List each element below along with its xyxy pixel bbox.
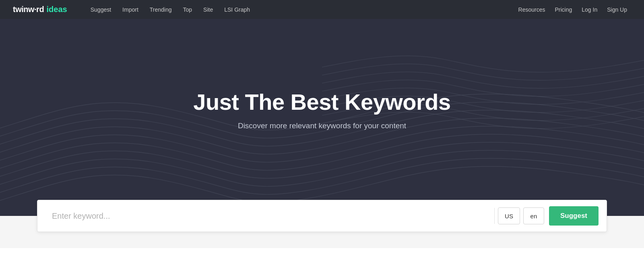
logo-twinword: twinw <box>13 5 34 14</box>
nav-left-links: Suggest Import Trending Top Site LSI Gra… <box>87 5 514 14</box>
nav-link-pricing[interactable]: Pricing <box>551 5 576 14</box>
hero-title: Just The Best Keywords <box>193 89 450 115</box>
nav-link-trending[interactable]: Trending <box>146 5 176 14</box>
search-input[interactable] <box>45 211 493 221</box>
navbar: twinw·rd ideas Suggest Import Trending T… <box>0 0 644 19</box>
nav-link-suggest[interactable]: Suggest <box>87 5 115 14</box>
nav-link-top[interactable]: Top <box>179 5 196 14</box>
logo-ideas: ideas <box>47 5 67 14</box>
nav-right-links: Resources Pricing Log In Sign Up <box>514 5 631 14</box>
hero-section: Just The Best Keywords Discover more rel… <box>0 19 644 216</box>
logo-rd: rd <box>36 5 44 14</box>
search-container: US en Suggest <box>37 200 607 232</box>
nav-link-lsi-graph[interactable]: LSI Graph <box>220 5 254 14</box>
nav-link-import[interactable]: Import <box>118 5 142 14</box>
search-divider <box>494 208 495 224</box>
nav-link-resources[interactable]: Resources <box>514 5 549 14</box>
search-section: US en Suggest <box>0 216 644 248</box>
hero-subtitle: Discover more relevant keywords for your… <box>193 121 450 130</box>
nav-link-login[interactable]: Log In <box>578 5 601 14</box>
hero-content: Just The Best Keywords Discover more rel… <box>193 89 450 130</box>
logo[interactable]: twinw·rd ideas <box>13 5 67 14</box>
locale-country-button[interactable]: US <box>498 207 520 224</box>
locale-language-button[interactable]: en <box>523 207 544 224</box>
nav-link-signup[interactable]: Sign Up <box>603 5 631 14</box>
nav-link-site[interactable]: Site <box>199 5 217 14</box>
suggest-button[interactable]: Suggest <box>549 206 599 226</box>
